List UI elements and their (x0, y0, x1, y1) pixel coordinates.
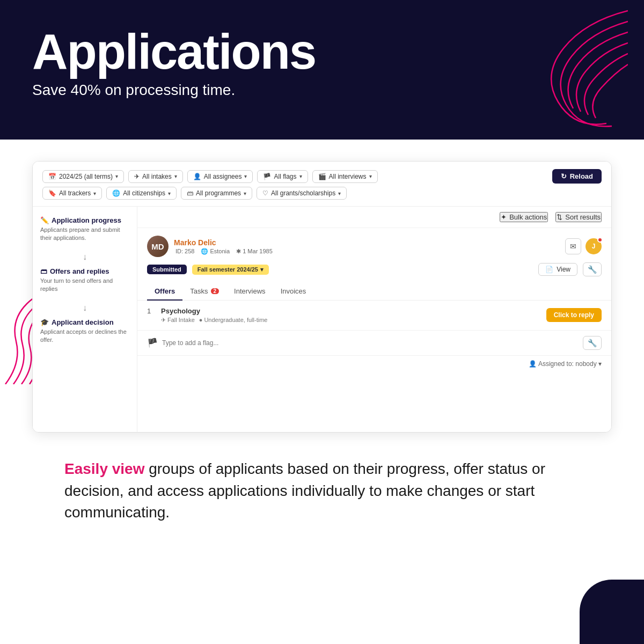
applicant-avatar: MD (147, 236, 169, 257)
sidebar-item-offers-replies[interactable]: 🗃 Offers and replies Your turn to send o… (40, 267, 129, 294)
content-area: ✏️ Application progress Applicants prepa… (33, 207, 611, 432)
chevron-down-icon: ▾ (244, 173, 247, 179)
intake-icon: ✈ (134, 173, 140, 180)
offer-number: 1 (147, 307, 156, 315)
submitted-badge: Submitted (147, 265, 187, 274)
tracker-icon: 🔖 (48, 189, 56, 197)
reload-icon: ↻ (561, 172, 567, 180)
filter-bar: 📅 2024/25 (all terms) ▾ ✈ All intakes ▾ … (33, 162, 611, 207)
globe-icon: 🌐 (201, 248, 208, 255)
tab-offers[interactable]: Offers (147, 283, 182, 301)
offer-section: 1 Psychology ✈ Fall Intake ● Underg (137, 301, 611, 331)
filter-intakes[interactable]: ✈ All intakes ▾ (128, 170, 183, 183)
person-icon: 👤 (529, 360, 537, 368)
applicant-name: Marko Delic (174, 238, 560, 247)
email-button[interactable]: ✉ (565, 238, 581, 254)
arrow-down-2: ↓ (40, 303, 129, 313)
programmes-icon: 🗃 (187, 189, 193, 197)
chevron-down-icon: ▾ (93, 191, 96, 196)
edit-icon: ✏️ (40, 216, 49, 224)
click-to-reply-button[interactable]: Click to reply (546, 308, 602, 322)
document-icon: 📄 (545, 266, 553, 273)
offer-meta: ✈ Fall Intake ● Undergraduate, full-time (161, 317, 541, 324)
chevron-down-icon: ▾ (338, 191, 341, 196)
submission-row: Submitted Fall semester 2024/25 ▾ 📄 View… (137, 262, 611, 276)
chevron-down-icon: ▾ (369, 173, 372, 179)
pin-icon: 🔧 (588, 265, 597, 274)
sort-icon: ⇅ (557, 213, 562, 221)
user-avatar-small[interactable]: J (586, 238, 602, 254)
ui-panel: 📅 2024/25 (all terms) ▾ ✈ All intakes ▾ … (32, 161, 612, 433)
bottom-text: Easily view groups of applicants based o… (32, 433, 612, 545)
sidebar: ✏️ Application progress Applicants prepa… (33, 207, 137, 432)
flag-pin-button[interactable]: 🔧 (583, 336, 602, 350)
tasks-badge: 2 (211, 288, 219, 294)
filter-grants[interactable]: ♡ All grants/scholarships ▾ (257, 187, 347, 200)
chevron-down-icon: ▾ (299, 173, 302, 179)
hero-subtitle: Save 40% on processing time. (32, 82, 612, 99)
wrench-icon: 🔧 (588, 339, 597, 347)
intake-small-icon: ✈ (161, 317, 166, 324)
applicant-meta: ID: 258 🌐 Estonia ✱ 1 Mar 1985 (174, 248, 560, 255)
filter-interviews[interactable]: 🎬 All interviews ▾ (312, 170, 378, 183)
email-icon: ✉ (570, 242, 576, 251)
star-icon: ✱ (236, 248, 241, 255)
offers-icon: 🗃 (40, 267, 47, 275)
bottom-paragraph: Easily view groups of applicants based o… (64, 458, 580, 524)
offer-name: Psychology (161, 307, 541, 315)
pin-button[interactable]: 🔧 (583, 262, 602, 276)
tab-invoices[interactable]: Invoices (273, 283, 314, 301)
view-button[interactable]: 📄 View (538, 263, 577, 276)
applicant-card: MD Marko Delic ID: 258 🌐 (137, 228, 611, 257)
bulk-icon: ✦ (501, 213, 507, 221)
filter-citizenships[interactable]: 🌐 All citizenships ▾ (106, 187, 177, 200)
tab-tasks[interactable]: Tasks 2 (182, 283, 226, 301)
sidebar-item-application-progress[interactable]: ✏️ Application progress Applicants prepa… (40, 216, 129, 243)
chevron-assigned[interactable]: ▾ (598, 360, 602, 368)
chevron-down-icon: ▾ (168, 191, 171, 196)
interview-icon: 🎬 (318, 173, 326, 180)
assigned-label: Assigned to: nobody (538, 360, 597, 368)
corner-decoration (580, 580, 644, 644)
semester-badge: Fall semester 2024/25 ▾ (192, 265, 269, 275)
filter-row-2: 🔖 All trackers ▾ 🌐 All citizenships ▾ 🗃 … (42, 187, 602, 200)
flag-input[interactable] (162, 339, 579, 347)
assigned-row: 👤 Assigned to: nobody ▾ (137, 356, 611, 372)
filter-flags[interactable]: 🏴 All flags ▾ (257, 170, 308, 183)
circle-icon: ● (199, 317, 203, 323)
main-content: 📅 2024/25 (all terms) ▾ ✈ All intakes ▾ … (0, 140, 644, 567)
tab-interviews[interactable]: Interviews (226, 283, 273, 301)
chevron-down-icon: ▾ (174, 173, 177, 179)
filter-programmes[interactable]: 🗃 All programmes ▾ (181, 187, 252, 200)
sort-results-button[interactable]: ⇅ Sort results (555, 212, 602, 222)
flag-icon: 🏴 (263, 173, 271, 180)
filter-year[interactable]: 📅 2024/25 (all terms) ▾ (42, 170, 124, 183)
chevron-down-icon: ▾ (244, 191, 246, 196)
decision-icon: 🎓 (40, 318, 49, 326)
filter-row-1: 📅 2024/25 (all terms) ▾ ✈ All intakes ▾ … (42, 169, 602, 184)
bulk-actions-button[interactable]: ✦ Bulk actions (500, 212, 548, 222)
grants-icon: ♡ (262, 189, 268, 197)
applicant-info: Marko Delic ID: 258 🌐 Estonia (174, 238, 560, 255)
hero-title: Applications (32, 27, 612, 76)
actions-bar: ✦ Bulk actions ⇅ Sort results (137, 207, 611, 228)
hero-section: Applications Save 40% on processing time… (0, 0, 644, 140)
filter-trackers[interactable]: 🔖 All trackers ▾ (42, 187, 102, 200)
calendar-icon: 📅 (48, 173, 56, 180)
offer-row: 1 Psychology ✈ Fall Intake ● Underg (147, 307, 602, 324)
flag-small-icon: 🏴 (147, 338, 158, 348)
chevron-down-icon: ▾ (260, 266, 264, 273)
applicant-actions: ✉ J (565, 238, 602, 254)
sidebar-item-applicant-decision[interactable]: 🎓 Applicant decision Applicant accepts o… (40, 318, 129, 345)
offer-details: Psychology ✈ Fall Intake ● Undergraduate… (161, 307, 541, 324)
chevron-down-icon: ▾ (115, 173, 118, 179)
filter-assignees[interactable]: 👤 All assignees ▾ (187, 170, 253, 183)
notification-badge (597, 237, 603, 243)
flag-row: 🏴 🔧 (137, 331, 611, 356)
reload-button[interactable]: ↻ Reload (552, 169, 602, 184)
citizenship-icon: 🌐 (112, 189, 120, 197)
tabs-row: Offers Tasks 2 Interviews Invoices (137, 283, 611, 301)
arrow-down-1: ↓ (40, 252, 129, 262)
highlight-text: Easily view (64, 460, 144, 477)
main-panel: ✦ Bulk actions ⇅ Sort results MD (137, 207, 611, 432)
